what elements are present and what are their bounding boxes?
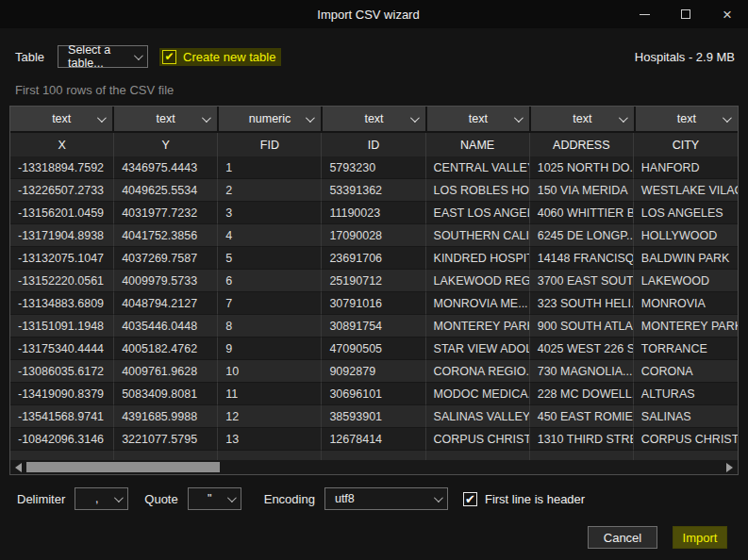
table-cell: 13 — [218, 428, 322, 451]
quote-label: Quote — [144, 492, 177, 506]
table-cell: SALINAS VALLEY... — [426, 405, 530, 428]
scroll-left-icon[interactable] — [15, 463, 22, 472]
scrollbar-thumb[interactable] — [26, 462, 220, 472]
table-cell: 38593901 — [322, 405, 425, 428]
chevron-down-icon — [227, 493, 237, 502]
table-cell: LAKEWOOD — [634, 270, 738, 292]
table-row: -13134883.68094048794.2127730791016MONRO… — [10, 292, 738, 315]
scroll-right-icon[interactable] — [726, 463, 733, 472]
table-cell: -13132075.1047 — [10, 247, 114, 270]
table-cell: CORPUS CHRISTI — [634, 428, 738, 451]
table-cell: -13175340.4444 — [10, 338, 114, 360]
table-cell: EAST LOS ANGEL... — [426, 202, 530, 224]
column-type-value: text — [52, 112, 71, 125]
column-header: X — [10, 133, 114, 156]
table-cell: 3 — [218, 202, 322, 224]
column-type-value: numeric — [249, 112, 291, 125]
import-csv-wizard-dialog: Import CSV wizard × Table Select a table… — [0, 0, 748, 560]
table-cell: 2 — [218, 179, 322, 202]
column-type-select[interactable]: numeric — [219, 107, 321, 131]
column-header-row: XYFIDIDNAMEADDRESSCITY — [10, 133, 738, 156]
table-cell: MONROVIA ME... — [426, 292, 530, 315]
table-cell: -13152220.0561 — [10, 270, 114, 292]
table-row: -13171904.89384041752.3856417090028SOUTH… — [10, 224, 738, 247]
table-cell: 900 SOUTH ATLA... — [530, 315, 634, 338]
table-cell: -13541568.9741 — [10, 405, 114, 428]
table-cell: 25190712 — [322, 270, 425, 292]
chevron-down-icon — [434, 493, 443, 502]
table-cell: 4346975.4443 — [114, 156, 218, 179]
table-cell: -13318894.7592 — [10, 156, 114, 179]
column-type-row: texttextnumerictexttexttexttext — [10, 107, 738, 133]
cancel-button[interactable]: Cancel — [588, 526, 657, 549]
column-type-select[interactable]: text — [427, 107, 529, 131]
table-cell: 4009979.5733 — [114, 270, 218, 292]
close-button[interactable]: × — [706, 0, 748, 28]
chevron-down-icon — [134, 51, 143, 60]
table-cell: 4031977.7232 — [114, 202, 218, 224]
create-new-table-checkbox[interactable]: ✔ — [162, 50, 176, 64]
preview-caption: First 100 rows of the CSV file — [15, 83, 748, 97]
first-line-header-checkbox[interactable]: ✔ — [463, 492, 477, 506]
column-type-select[interactable]: text — [323, 107, 424, 131]
table-cell: -13419090.8379 — [10, 383, 114, 405]
window-title: Import CSV wizard — [0, 8, 623, 22]
quote-select[interactable]: " — [188, 487, 241, 510]
table-cell: 4 — [218, 224, 322, 247]
table-row: -13152220.05614009979.5733625190712LAKEW… — [10, 270, 738, 292]
column-header: ID — [322, 133, 425, 156]
table-cell: 47090505 — [322, 338, 425, 360]
table-cell: 450 EAST ROMIE... — [530, 405, 634, 428]
table-cell: MODOC MEDICA... — [426, 383, 530, 405]
table-picker-row: Table Select a table... ✔ Create new tab… — [15, 45, 735, 68]
preview-rows: -13318894.75924346975.444315793230CENTRA… — [10, 156, 738, 451]
csv-preview-table: texttextnumerictexttexttexttext XYFIDIDN… — [9, 106, 739, 475]
column-type-select[interactable]: text — [531, 107, 633, 131]
minimize-button[interactable] — [623, 0, 665, 28]
close-icon: × — [723, 7, 732, 23]
chevron-down-icon — [97, 113, 107, 123]
table-cell: CORPUS CHRISTI... — [426, 428, 530, 451]
table-cell: 3221077.5795 — [114, 428, 218, 451]
create-new-table-option[interactable]: ✔ Create new table — [159, 48, 281, 66]
table-cell: 53391362 — [322, 179, 425, 202]
import-options-row: Delimiter , Quote " Encoding utf8 ✔ Firs… — [17, 487, 748, 510]
table-cell: -10842096.3146 — [10, 428, 114, 451]
encoding-select[interactable]: utf8 — [324, 487, 448, 510]
table-select[interactable]: Select a table... — [58, 45, 148, 68]
table-cell: 30791016 — [322, 292, 425, 315]
chevron-down-icon — [202, 113, 211, 123]
column-type-select[interactable]: text — [10, 107, 112, 131]
table-cell: 323 SOUTH HELI... — [530, 292, 634, 315]
column-type-select[interactable]: text — [636, 107, 738, 131]
column-type-value: text — [677, 112, 696, 125]
table-cell: TORRANCE — [634, 338, 738, 360]
table-cell: 4035446.0448 — [114, 315, 218, 338]
table-cell: SOUTHERN CALI... — [426, 224, 530, 247]
table-cell: 5 — [218, 247, 322, 270]
table-cell: 30696101 — [322, 383, 425, 405]
table-row: -13175340.44444005182.4762947090505STAR … — [10, 338, 738, 360]
partial-row — [10, 451, 738, 460]
column-type-select[interactable]: text — [114, 107, 216, 131]
table-cell: 7 — [218, 292, 322, 315]
encoding-label: Encoding — [264, 492, 315, 506]
table-cell: LOS ANGELES — [634, 202, 738, 224]
table-cell: 4009761.9628 — [114, 360, 218, 383]
file-info: Hospitals - 2.9 MB — [635, 50, 735, 64]
table-cell: SALINAS — [634, 405, 738, 428]
table-cell: -13134883.6809 — [10, 292, 114, 315]
horizontal-scrollbar[interactable] — [10, 460, 738, 474]
column-header: Y — [114, 133, 218, 156]
dialog-actions: Cancel Import — [0, 526, 727, 549]
maximize-button[interactable] — [665, 0, 706, 28]
first-line-header-option[interactable]: ✔ First line is header — [463, 492, 585, 506]
import-button[interactable]: Import — [673, 526, 727, 549]
table-cell: 6245 DE LONGP... — [530, 224, 634, 247]
column-type-value: text — [469, 112, 488, 125]
column-type-value: text — [364, 112, 383, 125]
delimiter-select[interactable]: , — [75, 487, 128, 510]
table-cell: -13151091.1948 — [10, 315, 114, 338]
table-cell: 10 — [218, 360, 322, 383]
table-cell: 5793230 — [322, 156, 425, 179]
